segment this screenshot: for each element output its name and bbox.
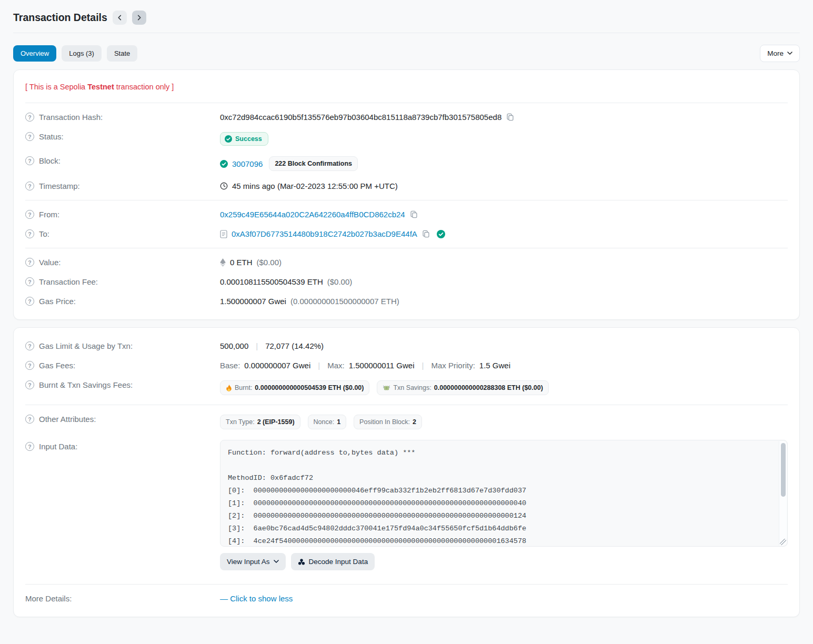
transaction-hash-label-group: ? Transaction Hash:: [25, 113, 220, 122]
nonce-badge: Nonce: 1: [308, 415, 347, 429]
gas-price-value-group: 1.500000007 Gwei (0.000000001500000007 E…: [220, 297, 788, 306]
txn-type-value: 2 (EIP-1559): [257, 418, 295, 426]
input-data-line: MethodID: 0x6fadcf72: [228, 472, 769, 485]
gas-fees-priority-label: Max Priority:: [431, 361, 475, 370]
divider: [25, 405, 788, 405]
gas-fees-max-value: 1.500000011 Gwei: [349, 361, 415, 370]
input-data-label: Input Data:: [39, 442, 77, 451]
row-transaction-fee: ? Transaction Fee: 0.000108115500504539 …: [25, 272, 788, 291]
block-confirmations-badge: 222 Block Confirmations: [269, 156, 358, 171]
gas-fees-base-label: Base:: [220, 361, 240, 370]
row-gas-fees: ? Gas Fees: Base: 0.000000007 Gwei | Max…: [25, 356, 788, 375]
gas-fees-priority-value: 1.5 Gwei: [479, 361, 510, 370]
status-label-group: ? Status:: [25, 132, 220, 141]
more-details-label-group: More Details:: [25, 594, 220, 603]
gas-price-amount: 1.500000007 Gwei: [220, 297, 286, 306]
status-value-group: Success: [220, 132, 788, 146]
testnet-warning-highlight: Testnet: [87, 83, 114, 91]
transaction-hash-value: 0xc72d984ccac6190b5f135576eb97b03604bc81…: [220, 113, 501, 122]
timestamp-value: 45 mins ago (Mar-02-2023 12:55:00 PM +UT…: [232, 182, 398, 190]
transaction-gas-card: ? Gas Limit & Usage by Txn: 500,000 | 72…: [13, 327, 800, 617]
page-title: Transaction Details: [13, 12, 107, 24]
row-block: ? Block: 3007096 222 Block Confirmations: [25, 151, 788, 176]
gas-fees-value-group: Base: 0.000000007 Gwei | Max: 1.50000001…: [220, 361, 788, 370]
check-circle-icon: [225, 135, 232, 143]
tab-overview[interactable]: Overview: [13, 45, 56, 62]
input-data-scrollbar[interactable]: [779, 441, 787, 546]
previous-transaction-button[interactable]: [113, 11, 127, 25]
timestamp-value-group: 45 mins ago (Mar-02-2023 12:55:00 PM +UT…: [220, 182, 788, 190]
row-more-details: More Details: — Click to show less: [25, 589, 788, 608]
input-data-line: Function: forward(address to,bytes data)…: [228, 447, 769, 459]
show-less-link[interactable]: — Click to show less: [220, 594, 293, 603]
transaction-fee-usd: ($0.00): [327, 277, 353, 286]
next-transaction-button[interactable]: [132, 11, 146, 25]
row-gas-limit-usage: ? Gas Limit & Usage by Txn: 500,000 | 72…: [25, 336, 788, 356]
view-input-as-button[interactable]: View Input As: [220, 553, 286, 570]
help-icon: ?: [25, 415, 34, 424]
row-timestamp: ? Timestamp: 45 mins ago (Mar-02-2023 12…: [25, 176, 788, 196]
copy-from-address-button[interactable]: [409, 210, 418, 219]
row-status: ? Status: Success: [25, 127, 788, 151]
flame-icon: [226, 384, 232, 391]
pipe-separator: |: [253, 341, 261, 350]
help-icon: ?: [25, 380, 34, 389]
help-icon: ?: [25, 182, 34, 190]
input-data-actions: View Input As Decode Input Data: [220, 553, 788, 570]
burnt-fee-value: 0.000000000000504539 ETH ($0.00): [255, 384, 364, 391]
block-value-group: 3007096 222 Block Confirmations: [220, 156, 788, 171]
input-data-line: [1]: 00000000000000000000000000000000000…: [228, 497, 769, 510]
txn-type-badge: Txn Type: 2 (EIP-1559): [220, 415, 300, 429]
burnt-fee-badge: Burnt: 0.000000000000504539 ETH ($0.00): [220, 380, 369, 395]
gas-price-label-group: ? Gas Price:: [25, 297, 220, 306]
testnet-warning-close: transaction only ]: [114, 83, 174, 91]
copy-to-address-button[interactable]: [421, 229, 430, 238]
input-data-line: [0]: 00000000000000000000000046eff99cab3…: [228, 485, 769, 497]
row-gas-price: ? Gas Price: 1.500000007 Gwei (0.0000000…: [25, 291, 788, 311]
input-data-textarea[interactable]: Function: forward(address to,bytes data)…: [220, 440, 788, 547]
more-dropdown-button[interactable]: More: [760, 45, 800, 62]
position-in-block-value: 2: [413, 418, 416, 426]
value-label: Value:: [39, 258, 61, 267]
copy-transaction-hash-button[interactable]: [506, 113, 515, 122]
row-value: ? Value: 0 ETH ($0.00): [25, 253, 788, 272]
decode-input-data-button[interactable]: Decode Input Data: [291, 553, 375, 570]
gas-limit-label: Gas Limit & Usage by Txn:: [39, 341, 133, 350]
block-confirmations-label: 222 Block Confirmations: [275, 160, 352, 167]
divider: [25, 200, 788, 200]
textarea-resize-handle[interactable]: [780, 539, 786, 545]
input-data-scrollbar-thumb[interactable]: [781, 443, 786, 497]
input-data-line: [4]: 4ce24f54000000000000000000000000000…: [228, 535, 769, 547]
to-address-link[interactable]: 0xA3f07D6773514480b918C2742b027b3acD9E44…: [232, 229, 417, 238]
more-dropdown-label: More: [767, 49, 784, 57]
nonce-value: 1: [337, 418, 340, 426]
block-number-link[interactable]: 3007096: [232, 159, 263, 168]
gas-limit-value: 500,000: [220, 341, 248, 350]
more-details-value-group: — Click to show less: [220, 594, 788, 603]
position-in-block-badge: Position In Block: 2: [354, 415, 422, 429]
divider: [25, 248, 788, 248]
from-value-group: 0x259c49E65644a020C2A642260a4ffB0CD862cb…: [220, 210, 788, 219]
value-amount: 0 ETH: [230, 258, 253, 267]
status-badge-label: Success: [235, 135, 262, 143]
transaction-hash-label: Transaction Hash:: [39, 113, 103, 122]
transaction-fee-label: Transaction Fee:: [39, 277, 98, 286]
input-data-line: [228, 459, 769, 472]
tab-state[interactable]: State: [107, 45, 137, 62]
position-in-block-label: Position In Block:: [359, 418, 410, 426]
tab-logs[interactable]: Logs (3): [62, 45, 102, 62]
tab-group: Overview Logs (3) State: [13, 45, 137, 62]
row-from: ? From: 0x259c49E65644a020C2A642260a4ffB…: [25, 205, 788, 224]
more-details-label: More Details:: [25, 594, 72, 603]
gas-price-eth: (0.000000001500000007 ETH): [290, 297, 399, 306]
row-transaction-hash: ? Transaction Hash: 0xc72d984ccac6190b5f…: [25, 107, 788, 127]
to-value-group: 0xA3f07D6773514480b918C2742b027b3acD9E44…: [220, 229, 788, 238]
testnet-warning-open: [ This is a Sepolia: [25, 83, 87, 91]
input-data-line: [2]: 00000000000000000000000000000000000…: [228, 510, 769, 522]
chevron-down-icon: [274, 560, 279, 564]
row-to: ? To: 0xA3f07D6773514480b918C2742b027b3a…: [25, 224, 788, 244]
from-address-link[interactable]: 0x259c49E65644a020C2A642260a4ffB0CD862cb…: [220, 210, 405, 219]
help-icon: ?: [25, 277, 34, 286]
money-wings-icon: [383, 385, 390, 391]
transaction-fee-value-group: 0.000108115500504539 ETH ($0.00): [220, 277, 788, 286]
